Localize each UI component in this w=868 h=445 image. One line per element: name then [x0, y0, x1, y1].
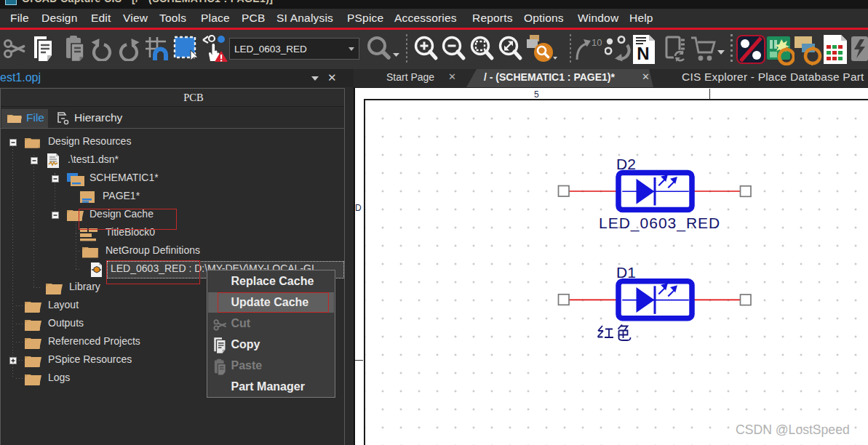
svg-text:CSDN @LostSpeed: CSDN @LostSpeed — [736, 422, 850, 437]
svg-text:LED_0603_RED: LED_0603_RED — [599, 215, 720, 232]
svg-text:D2: D2 — [616, 156, 636, 172]
svg-text:D1: D1 — [616, 264, 636, 281]
svg-text:10: 10 — [592, 37, 602, 48]
svg-text:N: N — [637, 44, 649, 63]
